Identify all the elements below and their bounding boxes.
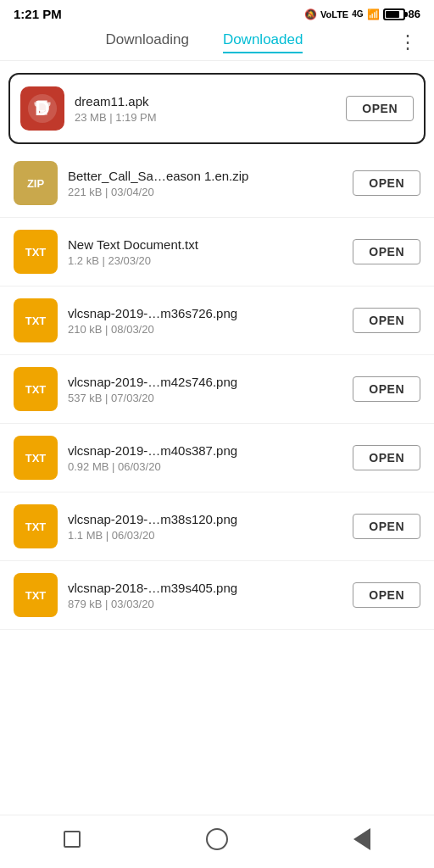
file-name-png3: vlcsnap-2019-…m40s387.png [68,443,353,458]
file-info-png4: vlcsnap-2019-…m38s120.png 1.1 MB | 06/03… [68,512,353,542]
file-name-zip1: Better_Call_Sa…eason 1.en.zip [68,169,353,183]
open-button-zip1[interactable]: OPEN [353,170,420,196]
file-name-png1: vlcsnap-2019-…m36s726.png [68,306,353,320]
file-meta-png2: 537 kB | 07/03/20 [68,392,353,404]
back-icon [353,828,370,850]
file-meta-png1: 210 kB | 08/03/20 [68,323,353,336]
open-button-png3[interactable]: OPEN [353,445,420,470]
file-info-png1: vlcsnap-2019-…m36s726.png 210 kB | 08/03… [68,306,353,336]
tab-bar: Downloading Downloaded ⋮ [0,25,434,61]
file-meta-dream11: 23 MB | 1:19 PM [75,111,346,124]
open-button-png4[interactable]: OPEN [353,514,420,539]
file-item-png1[interactable]: TXT vlcsnap-2019-…m36s726.png 210 kB | 0… [0,287,434,355]
battery-icon [383,8,405,20]
zip-icon: ZIP [14,161,58,205]
file-meta-png4: 1.1 MB | 06/03/20 [68,529,353,542]
tab-downloading[interactable]: Downloading [106,31,189,53]
file-item-dream11[interactable]: D dream11.apk 23 MB | 1:19 PM OPEN [8,73,426,144]
txt-icon-2: TXT [14,298,58,342]
file-item-png4[interactable]: TXT vlcsnap-2019-…m38s120.png 1.1 MB | 0… [0,492,434,561]
open-button-png1[interactable]: OPEN [353,308,420,333]
file-list: D dream11.apk 23 MB | 1:19 PM OPEN ZIP B… [0,61,434,815]
file-meta-png3: 0.92 MB | 06/03/20 [68,460,353,473]
alarm-icon: 🔕 [304,8,317,20]
file-info-png5: vlcsnap-2018-…m39s405.png 879 kB | 03/03… [68,581,353,610]
status-icons: 🔕 VoLTE 4G 📶 86 [304,8,420,20]
txt-icon-3: TXT [14,367,58,411]
file-info-png2: vlcsnap-2019-…m42s746.png 537 kB | 07/03… [68,375,353,404]
txt-icon-1: TXT [14,230,58,274]
file-info-zip1: Better_Call_Sa…eason 1.en.zip 221 kB | 0… [68,169,353,198]
file-info-dream11: dream11.apk 23 MB | 1:19 PM [75,94,346,124]
battery-fill [386,11,399,18]
open-button-txt1[interactable]: OPEN [353,239,420,264]
txt-icon-4: TXT [14,436,58,480]
open-button-png2[interactable]: OPEN [353,376,420,402]
signal-icon: VoLTE [320,9,348,19]
file-name-dream11: dream11.apk [75,94,346,108]
file-name-png2: vlcsnap-2019-…m42s746.png [68,375,353,389]
file-meta-zip1: 221 kB | 03/04/20 [68,186,353,198]
dream11-app-icon: D [20,86,64,131]
open-button-png5[interactable]: OPEN [353,582,420,608]
status-bar: 1:21 PM 🔕 VoLTE 4G 📶 86 [0,0,434,25]
bottom-nav [0,815,434,868]
nav-home-button[interactable] [205,827,229,851]
home-icon [206,828,228,850]
file-item-png3[interactable]: TXT vlcsnap-2019-…m40s387.png 0.92 MB | … [0,424,434,492]
nav-back-button[interactable] [350,827,374,851]
tab-bar-inner: Downloading Downloaded [14,31,395,53]
svg-rect-2 [40,110,45,114]
open-button-dream11[interactable]: OPEN [346,96,414,121]
file-meta-png5: 879 kB | 03/03/20 [68,598,353,610]
file-name-txt1: New Text Document.txt [68,237,353,252]
battery-level: 86 [409,8,420,20]
file-info-png3: vlcsnap-2019-…m40s387.png 0.92 MB | 06/0… [68,443,353,473]
svg-rect-3 [37,114,47,115]
wifi-icon: 📶 [367,8,380,20]
more-options-icon[interactable]: ⋮ [395,31,420,53]
file-item-png2[interactable]: TXT vlcsnap-2019-…m42s746.png 537 kB | 0… [0,355,434,424]
network-icon: 4G [352,9,363,19]
status-time: 1:21 PM [14,7,62,21]
file-info-txt1: New Text Document.txt 1.2 kB | 23/03/20 [68,237,353,267]
txt-icon-5: TXT [14,504,58,548]
recents-icon [64,831,81,848]
txt-icon-6: TXT [14,573,58,617]
nav-recents-button[interactable] [60,827,84,851]
file-meta-txt1: 1.2 kB | 23/03/20 [68,254,353,267]
file-item-zip1[interactable]: ZIP Better_Call_Sa…eason 1.en.zip 221 kB… [0,149,434,218]
file-item-png5[interactable]: TXT vlcsnap-2018-…m39s405.png 879 kB | 0… [0,561,434,630]
file-item-txt1[interactable]: TXT New Text Document.txt 1.2 kB | 23/03… [0,218,434,287]
file-name-png4: vlcsnap-2019-…m38s120.png [68,512,353,526]
tab-downloaded[interactable]: Downloaded [223,31,303,53]
file-name-png5: vlcsnap-2018-…m39s405.png [68,581,353,595]
